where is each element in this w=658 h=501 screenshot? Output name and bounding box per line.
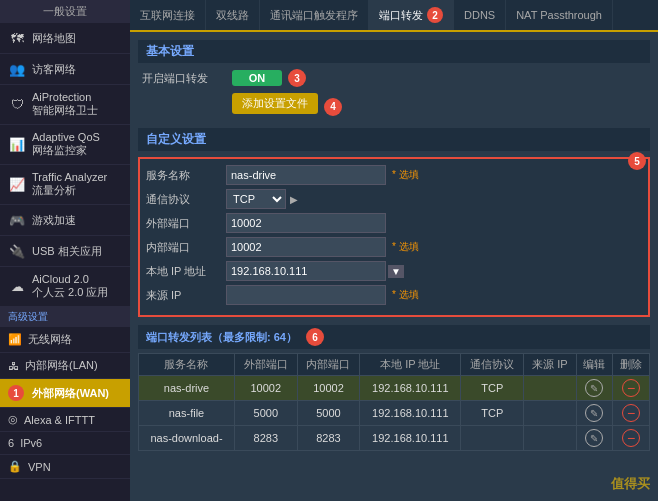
sidebar-section-general: 一般设置 [0, 0, 130, 23]
cell-service-name: nas-file [139, 401, 235, 426]
sidebar-item-aicloud[interactable]: ☁ AiCloud 2.0 个人云 2.0 应用 [0, 267, 130, 307]
cell-local-ip: 192.168.10.111 [360, 376, 461, 401]
sidebar-item-wireless[interactable]: 📶 无线网络 [0, 327, 130, 353]
sidebar: 一般设置 🗺 网络地图 👥 访客网络 🛡 AiProtection 智能网络卫士… [0, 0, 130, 501]
port-forward-toggle[interactable]: ON [232, 70, 282, 86]
edit-button[interactable]: ✎ [585, 404, 603, 422]
step4-badge: 4 [324, 98, 342, 116]
ext-port-label: 外部端口 [146, 216, 226, 231]
cell-protocol: TCP [461, 376, 524, 401]
service-name-row: 服务名称 * 选填 [146, 165, 642, 185]
local-ip-dropdown[interactable]: ▼ [388, 265, 404, 278]
int-port-input[interactable] [226, 237, 386, 257]
sidebar-item-game-boost[interactable]: 🎮 游戏加速 [0, 205, 130, 236]
cell-local-ip: 192.168.10.111 [360, 426, 461, 451]
delete-button[interactable]: − [622, 404, 640, 422]
sidebar-item-guest-network[interactable]: 👥 访客网络 [0, 54, 130, 85]
cell-int-port: 8283 [297, 426, 360, 451]
step6-badge: 6 [306, 328, 324, 346]
sidebar-item-lan[interactable]: 🖧 内部网络(LAN) [0, 353, 130, 379]
cell-delete: − [613, 426, 650, 451]
custom-settings-title: 自定义设置 [138, 128, 650, 151]
source-ip-label: 来源 IP [146, 288, 226, 303]
col-source-ip: 来源 IP [524, 354, 577, 376]
tab-internet[interactable]: 互联网连接 [130, 0, 206, 30]
sidebar-item-ipv6[interactable]: 6 IPv6 [0, 432, 130, 455]
cell-edit: ✎ [576, 376, 613, 401]
cell-service-name: nas-drive [139, 376, 235, 401]
network-map-icon: 🗺 [8, 29, 26, 47]
sidebar-item-label: AiProtection 智能网络卫士 [32, 91, 98, 118]
protocol-select[interactable]: TCP UDP TCP+UDP [226, 189, 286, 209]
service-name-input[interactable] [226, 165, 386, 185]
sidebar-item-aiprotection[interactable]: 🛡 AiProtection 智能网络卫士 [0, 85, 130, 125]
tab-port-forward[interactable]: 端口转发 2 [369, 0, 454, 30]
tab-port-trigger[interactable]: 通讯端口触发程序 [260, 0, 369, 30]
tab-nat-passthrough[interactable]: NAT Passthrough [506, 0, 613, 30]
lan-icon: 🖧 [8, 360, 19, 372]
cell-edit: ✎ [576, 401, 613, 426]
int-port-row: 内部端口 * 选填 [146, 237, 642, 257]
wireless-icon: 📶 [8, 333, 22, 346]
protocol-row: 通信协议 TCP UDP TCP+UDP ▶ [146, 189, 642, 209]
int-port-label: 内部端口 [146, 240, 226, 255]
add-config-button[interactable]: 添加设置文件 [232, 93, 318, 114]
edit-button[interactable]: ✎ [585, 429, 603, 447]
content-area: 基本设置 开启端口转发 ON 3 添加设置文件 4 自定义设置 服务名称 * 选… [130, 32, 658, 501]
sidebar-section-advanced: 高级设置 [0, 307, 130, 327]
ext-port-row: 外部端口 [146, 213, 642, 233]
alexa-icon: ◎ [8, 413, 18, 426]
sidebar-item-alexa[interactable]: ◎ Alexa & IFTTT [0, 408, 130, 432]
cell-ext-port: 5000 [234, 401, 297, 426]
sidebar-item-label: Alexa & IFTTT [24, 414, 95, 426]
cell-ext-port: 10002 [234, 376, 297, 401]
tab-ddns[interactable]: DDNS [454, 0, 506, 30]
table-row: nas-drive 10002 10002 192.168.10.111 TCP… [139, 376, 650, 401]
service-name-opt: * 选填 [392, 168, 419, 182]
sidebar-item-vpn[interactable]: 🔒 VPN [0, 455, 130, 479]
sidebar-item-label: AiCloud 2.0 个人云 2.0 应用 [32, 273, 108, 300]
cell-protocol [461, 426, 524, 451]
sidebar-item-label: IPv6 [20, 437, 42, 449]
cell-int-port: 5000 [297, 401, 360, 426]
edit-button[interactable]: ✎ [585, 379, 603, 397]
sidebar-item-label: 游戏加速 [32, 213, 76, 228]
sidebar-item-wan[interactable]: 1 外部网络(WAN) [0, 379, 130, 408]
delete-button[interactable]: − [622, 379, 640, 397]
cell-source-ip [524, 401, 577, 426]
local-ip-input[interactable] [226, 261, 386, 281]
sidebar-item-adaptive-qos[interactable]: 📊 Adaptive QoS 网络监控家 [0, 125, 130, 165]
add-config-row: 添加设置文件 4 [138, 93, 650, 120]
source-ip-input[interactable] [226, 285, 386, 305]
cell-service-name: nas-download- [139, 426, 235, 451]
guest-network-icon: 👥 [8, 60, 26, 78]
sidebar-item-label: 访客网络 [32, 62, 76, 77]
col-local-ip: 本地 IP 地址 [360, 354, 461, 376]
sidebar-item-network-map[interactable]: 🗺 网络地图 [0, 23, 130, 54]
basic-settings-title: 基本设置 [138, 40, 650, 63]
step3-badge: 3 [288, 69, 306, 87]
table-row: nas-file 5000 5000 192.168.10.111 TCP ✎ … [139, 401, 650, 426]
ext-port-input[interactable] [226, 213, 386, 233]
cell-delete: − [613, 376, 650, 401]
service-name-label: 服务名称 [146, 168, 226, 183]
tab-dual-wan[interactable]: 双线路 [206, 0, 260, 30]
table-row: nas-download- 8283 8283 192.168.10.111 ✎… [139, 426, 650, 451]
col-delete: 删除 [613, 354, 650, 376]
sidebar-item-traffic-analyzer[interactable]: 📈 Traffic Analyzer 流量分析 [0, 165, 130, 205]
port-forward-toggle-row: 开启端口转发 ON 3 [138, 69, 650, 87]
custom-config-box: 服务名称 * 选填 通信协议 TCP UDP TCP+UDP ▶ 外部端口 [138, 157, 650, 317]
delete-button[interactable]: − [622, 429, 640, 447]
aiprotection-icon: 🛡 [8, 96, 26, 114]
sidebar-item-label: Traffic Analyzer 流量分析 [32, 171, 107, 198]
tab-port-forward-badge: 2 [427, 7, 443, 23]
aicloud-icon: ☁ [8, 278, 26, 296]
step5-badge: 5 [628, 152, 646, 170]
traffic-analyzer-icon: 📈 [8, 176, 26, 194]
vpn-icon: 🔒 [8, 460, 22, 473]
sidebar-item-usb-app[interactable]: 🔌 USB 相关应用 [0, 236, 130, 267]
cell-source-ip [524, 376, 577, 401]
int-port-opt: * 选填 [392, 240, 419, 254]
sidebar-item-label: 内部网络(LAN) [25, 358, 98, 373]
top-tabs: 互联网连接 双线路 通讯端口触发程序 端口转发 2 DDNS NAT Passt… [130, 0, 658, 32]
